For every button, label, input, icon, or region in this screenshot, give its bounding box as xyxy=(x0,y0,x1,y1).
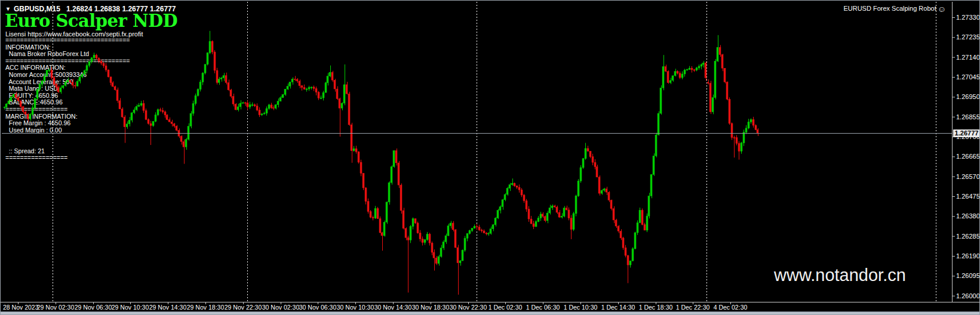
price-tick-label: 1.26285 xyxy=(956,233,980,240)
candle xyxy=(526,199,527,212)
candle xyxy=(10,97,12,101)
candle xyxy=(126,121,128,128)
candle xyxy=(454,229,456,248)
candle xyxy=(665,64,666,72)
candle xyxy=(256,103,258,111)
candle xyxy=(566,206,567,211)
candle xyxy=(44,73,45,83)
price-tick-label: 1.26380 xyxy=(956,212,980,220)
candle xyxy=(492,224,494,231)
candle xyxy=(391,165,392,184)
candle xyxy=(417,221,419,233)
candle xyxy=(195,94,196,106)
candle xyxy=(546,211,548,223)
candle xyxy=(272,106,274,110)
candle xyxy=(275,104,277,110)
candle xyxy=(486,232,487,235)
candle xyxy=(88,61,90,67)
candle xyxy=(514,183,515,187)
candle xyxy=(497,209,499,219)
candle xyxy=(691,66,693,73)
price-tick-label: 1.27235 xyxy=(956,33,980,41)
candle xyxy=(110,77,112,85)
candle xyxy=(684,69,686,76)
candle xyxy=(329,66,331,78)
candle xyxy=(69,80,71,84)
candle xyxy=(426,232,428,241)
candle xyxy=(587,146,589,151)
candlestick-chart-area[interactable] xyxy=(1,1,980,315)
candle xyxy=(494,217,496,227)
candle xyxy=(93,52,95,61)
candle xyxy=(530,216,532,224)
candle xyxy=(157,109,159,116)
candle xyxy=(263,112,265,115)
candle xyxy=(20,100,21,110)
candle xyxy=(580,165,582,183)
candle xyxy=(632,247,634,261)
candle xyxy=(650,174,652,198)
candle xyxy=(183,140,185,164)
candle xyxy=(15,92,17,100)
candle xyxy=(518,184,520,193)
candle xyxy=(91,57,93,63)
candle xyxy=(601,189,603,194)
price-tick-label: 1.26475 xyxy=(956,193,980,200)
candle xyxy=(188,123,189,141)
price-axis[interactable]: 1.273301.272351.271401.270451.269501.268… xyxy=(952,1,980,302)
candle xyxy=(150,121,152,145)
candle xyxy=(577,179,579,197)
candle xyxy=(689,66,690,70)
candle xyxy=(615,219,617,228)
time-axis[interactable]: 28 Nov 202329 Nov 02:3029 Nov 06:3029 No… xyxy=(1,302,980,312)
candle xyxy=(247,100,248,110)
candle xyxy=(140,101,142,106)
candle xyxy=(131,112,133,122)
candle xyxy=(535,220,537,227)
candle xyxy=(67,78,69,82)
candle xyxy=(506,187,508,196)
candle xyxy=(738,141,740,160)
candle xyxy=(207,52,208,66)
candle xyxy=(702,61,704,67)
price-tick-label: 1.26950 xyxy=(956,93,980,100)
candle xyxy=(395,149,397,166)
candle xyxy=(343,64,345,105)
price-tick-label: 1.27330 xyxy=(956,14,980,21)
candle xyxy=(667,70,669,84)
candle xyxy=(582,158,584,169)
candle xyxy=(284,89,286,96)
candle xyxy=(79,75,81,83)
time-tick-label: 30 Nov 02:30 xyxy=(262,304,299,311)
candle xyxy=(311,87,312,89)
candle xyxy=(98,57,100,63)
candle xyxy=(620,229,622,240)
candle xyxy=(462,249,463,261)
candle xyxy=(490,227,491,235)
candle xyxy=(594,159,596,169)
candle xyxy=(355,146,357,153)
price-tick-label: 1.26190 xyxy=(956,252,980,260)
candle xyxy=(483,230,485,234)
candle xyxy=(116,88,118,103)
candle xyxy=(334,79,336,91)
candle xyxy=(596,165,598,177)
candle xyxy=(542,212,543,218)
candle xyxy=(320,95,322,99)
candle xyxy=(287,84,288,90)
candle xyxy=(72,79,73,88)
time-tick-label: 1 Dec 22:30 xyxy=(676,304,710,311)
price-tick-label: 1.26855 xyxy=(956,113,980,121)
candle xyxy=(331,71,333,82)
candle xyxy=(204,64,206,75)
candle xyxy=(148,118,149,124)
candle xyxy=(34,98,36,110)
candle xyxy=(410,225,411,243)
candle xyxy=(128,117,130,126)
window-bottom-edge xyxy=(1,311,980,315)
time-tick-label: 30 Nov 10:30 xyxy=(337,304,374,311)
candle xyxy=(696,67,698,71)
candle xyxy=(353,146,355,152)
candle xyxy=(629,261,631,268)
candle xyxy=(440,245,442,258)
